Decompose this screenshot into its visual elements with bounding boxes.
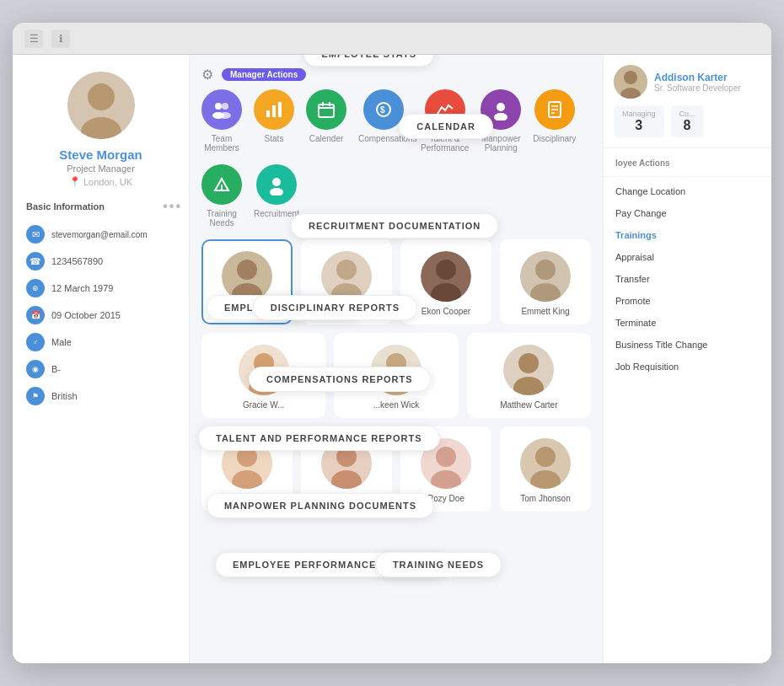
employee-card-dick[interactable]: Dick Grayson	[301, 239, 392, 324]
svg-point-16	[497, 103, 505, 111]
recruitment-icon	[256, 164, 297, 205]
svg-point-31	[336, 260, 357, 280]
action-stats[interactable]: Stats	[254, 89, 294, 153]
more-options-icon[interactable]: •••	[163, 199, 182, 214]
nationality-icon: ⚑	[26, 387, 45, 405]
svg-point-28	[237, 260, 257, 280]
svg-rect-10	[319, 105, 334, 117]
user-title: Project Manager	[67, 163, 135, 174]
svg-point-6	[219, 112, 231, 119]
team-members-icon	[201, 89, 242, 130]
action-transfer[interactable]: Transfer	[604, 268, 771, 290]
svg-point-24	[221, 188, 223, 190]
action-training[interactable]: TrainingNeeds	[201, 164, 242, 228]
employee-avatar-matthew	[503, 345, 554, 395]
action-recruitment[interactable]: Recruitment	[254, 164, 299, 228]
employee-avatar-addison	[222, 251, 272, 302]
svg-point-1	[88, 83, 115, 110]
toolbar-row: ⚙ Manager Actions	[201, 67, 591, 83]
main-area: ⚙ Manager Actions TeamMembers Stats	[190, 55, 603, 663]
divider-1	[604, 176, 771, 177]
svg-point-3	[215, 103, 222, 110]
action-pay-change[interactable]: Pay Change	[604, 202, 771, 224]
floating-label-training-needs: TRAINING NEEDS	[375, 552, 502, 577]
employee-avatar-ekon	[421, 251, 471, 302]
manager-badge: Manager Actions	[222, 68, 306, 81]
action-job-requisition[interactable]: Job Requisition	[604, 356, 771, 378]
employee-avatar-wick	[371, 345, 422, 395]
employee-card-emmett[interactable]: Emmett King	[500, 239, 591, 324]
employee-card-gracie[interactable]: Gracie W...	[201, 333, 325, 418]
employee-card-addison[interactable]: Addison Karter	[201, 239, 293, 324]
employee-name-nora: Nora Jhonson	[320, 494, 373, 503]
gender-icon: ♂	[26, 333, 45, 351]
right-panel: Addison Karter Sr. Software Developer Ma…	[603, 55, 771, 663]
svg-point-52	[336, 447, 357, 467]
user-location: 📍 London, UK	[69, 176, 132, 187]
employee-avatar-rozy	[421, 438, 471, 489]
employee-name-noora: Noora Hussan	[220, 494, 274, 503]
right-panel-person: Addison Karter Sr. Software Developer	[614, 65, 761, 99]
employee-card-wick[interactable]: ...keen Wick	[334, 333, 458, 418]
employee-card-rozy[interactable]: Rozy Doe	[400, 426, 491, 512]
action-disciplinary[interactable]: Disciplinary	[533, 89, 576, 153]
svg-point-4	[222, 103, 228, 110]
action-change-location[interactable]: Change Location	[604, 180, 771, 202]
svg-rect-9	[278, 102, 282, 117]
talent-label: Talent &Performance	[421, 134, 469, 153]
employee-name-tom: Tom Jhonson	[520, 494, 570, 503]
gear-icon[interactable]: ⚙	[201, 67, 213, 83]
talent-icon	[425, 89, 465, 130]
svg-rect-8	[272, 105, 276, 117]
employee-avatar-nora	[321, 438, 372, 489]
action-appraisal[interactable]: Appraisal	[604, 246, 771, 268]
svg-point-58	[535, 447, 556, 467]
stats-label: Stats	[265, 134, 284, 143]
right-person-name: Addison Karter	[654, 72, 741, 83]
action-compensations[interactable]: $ Compensations	[358, 89, 409, 153]
action-trainings[interactable]: Trainings	[604, 224, 771, 246]
employee-actions-title: loyee Actions	[604, 155, 771, 173]
joindate-icon: 📅	[26, 306, 45, 324]
action-team-members[interactable]: TeamMembers	[201, 89, 242, 153]
employee-card-ekon[interactable]: Ekon Cooper	[400, 239, 491, 324]
employee-avatar-gracie	[239, 345, 289, 395]
employee-avatar-noora	[222, 438, 272, 489]
app-content: Steve Morgan Project Manager 📍 London, U…	[13, 55, 771, 663]
svg-rect-7	[266, 110, 270, 117]
gender-row: ♂ Male	[13, 329, 189, 356]
employee-name-rozy: Rozy Doe	[427, 494, 464, 503]
browser-window: ☰ ℹ Steve Morgan Project Manager 📍 Londo…	[13, 23, 771, 663]
training-icon	[201, 164, 242, 205]
action-promote[interactable]: Promote	[604, 290, 771, 312]
action-calendar[interactable]: Calender	[306, 89, 346, 153]
disciplinary-icon	[534, 89, 575, 130]
employee-name-emmett: Emmett King	[521, 307, 569, 316]
manpower-icon	[481, 89, 521, 130]
action-terminate[interactable]: Terminate	[604, 312, 771, 334]
employee-name-gracie: Gracie W...	[243, 400, 284, 410]
action-manpower[interactable]: ManpowerPlanning	[481, 89, 521, 153]
right-person-role: Sr. Software Developer	[654, 83, 741, 93]
action-talent[interactable]: Talent &Performance	[421, 89, 469, 153]
bloodtype-icon: ◉	[26, 360, 45, 378]
user-avatar	[67, 72, 135, 139]
location-pin-icon: 📍	[69, 176, 81, 187]
employee-card-tom[interactable]: Tom Jhonson	[500, 426, 591, 512]
right-stats: Managing 3 Cu... 8	[614, 105, 761, 137]
svg-point-55	[436, 447, 456, 467]
action-business-title-change[interactable]: Business Title Change	[604, 334, 771, 356]
birthdate-row: ⊕ 12 March 1979	[13, 275, 189, 302]
managing-stat: Managing 3	[614, 105, 664, 137]
svg-point-37	[535, 260, 556, 280]
user-name: Steve Morgan	[59, 147, 142, 162]
employee-card-noora[interactable]: Noora Hussan	[201, 426, 293, 512]
employee-card-nora[interactable]: Nora Jhonson	[301, 426, 392, 512]
svg-text:$: $	[380, 105, 385, 115]
svg-point-61	[624, 71, 637, 84]
browser-bar: ☰ ℹ	[13, 23, 771, 55]
employee-card-matthew[interactable]: Matthew Carter	[467, 333, 591, 418]
svg-point-46	[518, 353, 539, 373]
folder-icon[interactable]: ☰	[24, 29, 43, 48]
info-icon[interactable]: ℹ	[51, 29, 70, 48]
